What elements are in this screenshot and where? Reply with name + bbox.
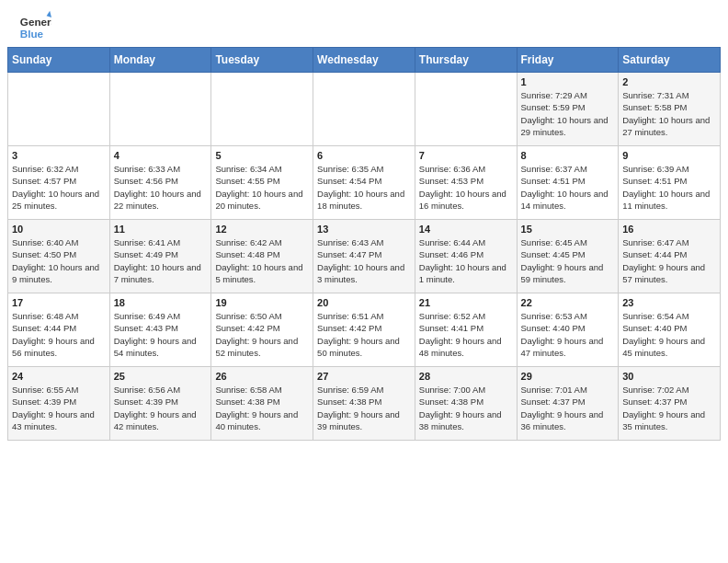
calendar-cell: 12Sunrise: 6:42 AM Sunset: 4:48 PM Dayli… bbox=[211, 220, 313, 293]
day-number: 17 bbox=[12, 297, 106, 308]
calendar-cell: 20Sunrise: 6:51 AM Sunset: 4:42 PM Dayli… bbox=[313, 293, 415, 367]
day-info: Sunrise: 6:44 AM Sunset: 4:46 PM Dayligh… bbox=[419, 236, 513, 285]
day-info: Sunrise: 6:53 AM Sunset: 4:40 PM Dayligh… bbox=[521, 310, 615, 359]
calendar-cell: 15Sunrise: 6:45 AM Sunset: 4:45 PM Dayli… bbox=[517, 220, 619, 293]
day-info: Sunrise: 6:35 AM Sunset: 4:54 PM Dayligh… bbox=[317, 163, 411, 212]
day-number: 16 bbox=[622, 224, 716, 235]
calendar-cell: 10Sunrise: 6:40 AM Sunset: 4:50 PM Dayli… bbox=[8, 220, 110, 293]
calendar-cell: 23Sunrise: 6:54 AM Sunset: 4:40 PM Dayli… bbox=[619, 293, 721, 367]
column-header-sunday: Sunday bbox=[8, 48, 110, 73]
calendar-cell: 1Sunrise: 7:29 AM Sunset: 5:59 PM Daylig… bbox=[517, 73, 619, 146]
calendar-week-row: 17Sunrise: 6:48 AM Sunset: 4:44 PM Dayli… bbox=[8, 293, 721, 367]
calendar-cell: 6Sunrise: 6:35 AM Sunset: 4:54 PM Daylig… bbox=[313, 146, 415, 220]
calendar-cell: 24Sunrise: 6:55 AM Sunset: 4:39 PM Dayli… bbox=[8, 367, 110, 441]
day-number: 1 bbox=[521, 76, 615, 87]
column-header-thursday: Thursday bbox=[415, 48, 517, 73]
calendar-week-row: 1Sunrise: 7:29 AM Sunset: 5:59 PM Daylig… bbox=[8, 73, 721, 146]
day-info: Sunrise: 6:41 AM Sunset: 4:49 PM Dayligh… bbox=[114, 236, 208, 285]
day-number: 23 bbox=[622, 297, 716, 308]
day-number: 13 bbox=[317, 224, 411, 235]
day-info: Sunrise: 6:33 AM Sunset: 4:56 PM Dayligh… bbox=[114, 163, 208, 212]
day-info: Sunrise: 6:50 AM Sunset: 4:42 PM Dayligh… bbox=[215, 310, 309, 359]
day-number: 11 bbox=[114, 224, 208, 235]
day-info: Sunrise: 6:47 AM Sunset: 4:44 PM Dayligh… bbox=[622, 236, 716, 285]
day-info: Sunrise: 6:55 AM Sunset: 4:39 PM Dayligh… bbox=[12, 384, 106, 432]
day-info: Sunrise: 7:00 AM Sunset: 4:38 PM Dayligh… bbox=[419, 384, 513, 432]
day-number: 5 bbox=[215, 150, 309, 161]
day-info: Sunrise: 6:59 AM Sunset: 4:38 PM Dayligh… bbox=[317, 384, 411, 432]
day-number: 24 bbox=[12, 371, 106, 382]
calendar-cell: 27Sunrise: 6:59 AM Sunset: 4:38 PM Dayli… bbox=[313, 367, 415, 441]
day-number: 18 bbox=[114, 297, 208, 308]
day-info: Sunrise: 6:39 AM Sunset: 4:51 PM Dayligh… bbox=[622, 163, 716, 212]
calendar-cell: 13Sunrise: 6:43 AM Sunset: 4:47 PM Dayli… bbox=[313, 220, 415, 293]
day-number: 10 bbox=[12, 224, 106, 235]
calendar-cell: 14Sunrise: 6:44 AM Sunset: 4:46 PM Dayli… bbox=[415, 220, 517, 293]
column-header-friday: Friday bbox=[517, 48, 619, 73]
day-number: 19 bbox=[215, 297, 309, 308]
calendar-cell bbox=[313, 73, 415, 146]
calendar-week-row: 24Sunrise: 6:55 AM Sunset: 4:39 PM Dayli… bbox=[8, 367, 721, 441]
day-number: 20 bbox=[317, 297, 411, 308]
calendar-cell: 2Sunrise: 7:31 AM Sunset: 5:58 PM Daylig… bbox=[619, 73, 721, 146]
calendar-cell bbox=[8, 73, 110, 146]
day-number: 12 bbox=[215, 224, 309, 235]
calendar-cell: 28Sunrise: 7:00 AM Sunset: 4:38 PM Dayli… bbox=[415, 367, 517, 441]
day-number: 8 bbox=[521, 150, 615, 161]
logo-icon: General Blue bbox=[18, 9, 51, 42]
column-header-saturday: Saturday bbox=[619, 48, 721, 73]
day-number: 28 bbox=[419, 371, 513, 382]
calendar-header-row: SundayMondayTuesdayWednesdayThursdayFrid… bbox=[8, 48, 721, 73]
day-number: 9 bbox=[622, 150, 716, 161]
day-number: 25 bbox=[114, 371, 208, 382]
page-header: General Blue bbox=[0, 0, 728, 47]
calendar-cell: 29Sunrise: 7:01 AM Sunset: 4:37 PM Dayli… bbox=[517, 367, 619, 441]
day-info: Sunrise: 6:37 AM Sunset: 4:51 PM Dayligh… bbox=[521, 163, 615, 212]
day-info: Sunrise: 6:32 AM Sunset: 4:57 PM Dayligh… bbox=[12, 163, 106, 212]
day-number: 29 bbox=[521, 371, 615, 382]
svg-text:Blue: Blue bbox=[20, 28, 44, 40]
day-number: 22 bbox=[521, 297, 615, 308]
calendar-cell: 8Sunrise: 6:37 AM Sunset: 4:51 PM Daylig… bbox=[517, 146, 619, 220]
day-number: 26 bbox=[215, 371, 309, 382]
day-info: Sunrise: 6:40 AM Sunset: 4:50 PM Dayligh… bbox=[12, 236, 106, 285]
day-number: 7 bbox=[419, 150, 513, 161]
day-info: Sunrise: 6:51 AM Sunset: 4:42 PM Dayligh… bbox=[317, 310, 411, 359]
calendar-cell: 7Sunrise: 6:36 AM Sunset: 4:53 PM Daylig… bbox=[415, 146, 517, 220]
day-info: Sunrise: 6:45 AM Sunset: 4:45 PM Dayligh… bbox=[521, 236, 615, 285]
logo: General Blue bbox=[18, 9, 51, 42]
day-number: 21 bbox=[419, 297, 513, 308]
calendar-cell: 19Sunrise: 6:50 AM Sunset: 4:42 PM Dayli… bbox=[211, 293, 313, 367]
day-number: 27 bbox=[317, 371, 411, 382]
day-number: 15 bbox=[521, 224, 615, 235]
day-info: Sunrise: 7:01 AM Sunset: 4:37 PM Dayligh… bbox=[521, 384, 615, 432]
day-info: Sunrise: 6:36 AM Sunset: 4:53 PM Dayligh… bbox=[419, 163, 513, 212]
calendar-table: SundayMondayTuesdayWednesdayThursdayFrid… bbox=[7, 47, 721, 441]
calendar-cell: 21Sunrise: 6:52 AM Sunset: 4:41 PM Dayli… bbox=[415, 293, 517, 367]
calendar-week-row: 10Sunrise: 6:40 AM Sunset: 4:50 PM Dayli… bbox=[8, 220, 721, 293]
calendar-cell bbox=[415, 73, 517, 146]
calendar-cell: 5Sunrise: 6:34 AM Sunset: 4:55 PM Daylig… bbox=[211, 146, 313, 220]
day-number: 30 bbox=[622, 371, 716, 382]
day-info: Sunrise: 6:48 AM Sunset: 4:44 PM Dayligh… bbox=[12, 310, 106, 359]
calendar-cell: 26Sunrise: 6:58 AM Sunset: 4:38 PM Dayli… bbox=[211, 367, 313, 441]
day-number: 14 bbox=[419, 224, 513, 235]
day-info: Sunrise: 6:58 AM Sunset: 4:38 PM Dayligh… bbox=[215, 384, 309, 432]
calendar-cell: 25Sunrise: 6:56 AM Sunset: 4:39 PM Dayli… bbox=[109, 367, 211, 441]
calendar-cell bbox=[109, 73, 211, 146]
calendar-cell: 22Sunrise: 6:53 AM Sunset: 4:40 PM Dayli… bbox=[517, 293, 619, 367]
column-header-monday: Monday bbox=[109, 48, 211, 73]
day-info: Sunrise: 6:52 AM Sunset: 4:41 PM Dayligh… bbox=[419, 310, 513, 359]
calendar-cell: 18Sunrise: 6:49 AM Sunset: 4:43 PM Dayli… bbox=[109, 293, 211, 367]
column-header-wednesday: Wednesday bbox=[313, 48, 415, 73]
day-info: Sunrise: 7:29 AM Sunset: 5:59 PM Dayligh… bbox=[521, 89, 615, 138]
day-info: Sunrise: 6:42 AM Sunset: 4:48 PM Dayligh… bbox=[215, 236, 309, 285]
day-info: Sunrise: 6:43 AM Sunset: 4:47 PM Dayligh… bbox=[317, 236, 411, 285]
calendar-cell: 9Sunrise: 6:39 AM Sunset: 4:51 PM Daylig… bbox=[619, 146, 721, 220]
column-header-tuesday: Tuesday bbox=[211, 48, 313, 73]
calendar-cell bbox=[211, 73, 313, 146]
calendar-cell: 16Sunrise: 6:47 AM Sunset: 4:44 PM Dayli… bbox=[619, 220, 721, 293]
calendar-cell: 3Sunrise: 6:32 AM Sunset: 4:57 PM Daylig… bbox=[8, 146, 110, 220]
day-info: Sunrise: 7:31 AM Sunset: 5:58 PM Dayligh… bbox=[622, 89, 716, 138]
day-number: 2 bbox=[622, 76, 716, 87]
